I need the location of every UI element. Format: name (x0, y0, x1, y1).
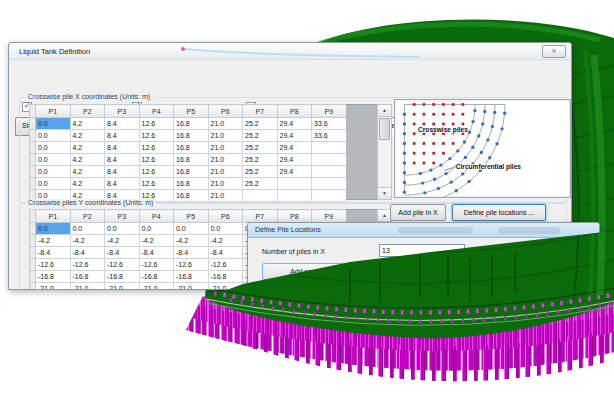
table-cell[interactable]: 21.0 (208, 130, 243, 142)
table-cell[interactable]: 0.0 (36, 142, 71, 154)
table-cell[interactable]: 4.2 (70, 178, 105, 190)
table-cell[interactable]: -12.6 (36, 259, 71, 271)
table-cell[interactable]: 8.4 (105, 178, 140, 190)
table-cell[interactable]: 8.4 (105, 118, 140, 130)
table-cell[interactable]: -8.4 (70, 247, 105, 259)
table-cell[interactable]: -8.4 (208, 247, 243, 259)
table-cell[interactable]: 12.6 (139, 154, 174, 166)
table-cell[interactable]: 25.2 (243, 142, 278, 154)
table-cell[interactable]: 8.4 (105, 142, 140, 154)
table-cell[interactable]: -8.4 (36, 247, 71, 259)
table-cell[interactable]: -21.0 (208, 283, 243, 291)
table-cell[interactable]: 4.2 (70, 118, 105, 130)
table-cell[interactable]: 0.0 (105, 223, 140, 235)
table-cell[interactable]: 0.0 (208, 223, 243, 235)
table-cell[interactable]: -12.6 (70, 259, 105, 271)
table-cell[interactable]: 8.4 (105, 130, 140, 142)
table-cell[interactable]: 29.4 (277, 142, 312, 154)
table-cell[interactable]: 8.4 (105, 166, 140, 178)
table-cell[interactable]: 16.8 (174, 190, 209, 202)
add-pile-in-x-button[interactable]: Add pile in X (390, 204, 446, 221)
scrollbar-thumb[interactable] (379, 118, 390, 140)
table-cell[interactable]: 12.6 (139, 130, 174, 142)
table-cell[interactable]: 0.0 (36, 130, 71, 142)
table-cell[interactable]: -12.6 (105, 259, 140, 271)
table-cell[interactable]: 4.2 (70, 130, 105, 142)
table-cell[interactable] (243, 190, 278, 202)
table-cell[interactable]: -16.8 (105, 271, 140, 283)
table-cell[interactable]: -21.0 (36, 283, 71, 291)
table-cell[interactable]: -16.8 (36, 271, 71, 283)
table-cell[interactable]: -16.8 (208, 271, 243, 283)
table-cell[interactable]: 16.8 (174, 142, 209, 154)
table-cell[interactable]: -4.2 (139, 235, 174, 247)
table-cell[interactable] (312, 142, 347, 154)
table-cell[interactable]: 16.8 (174, 154, 209, 166)
table-cell[interactable]: -4.2 (174, 235, 209, 247)
table-cell[interactable]: -16.8 (70, 271, 105, 283)
table-cell[interactable]: 12.6 (139, 118, 174, 130)
define-pile-locations-button[interactable]: Define pile locations ... (452, 204, 546, 221)
table-cell[interactable]: 29.4 (277, 118, 312, 130)
table-cell[interactable]: -16.8 (174, 271, 209, 283)
table-cell[interactable]: -8.4 (105, 247, 140, 259)
table-cell[interactable]: 0.0 (36, 166, 71, 178)
table-cell[interactable]: 16.8 (174, 118, 209, 130)
table-cell[interactable]: 12.6 (139, 178, 174, 190)
table-cell[interactable]: -21.0 (139, 283, 174, 291)
table-cell[interactable]: 16.8 (174, 178, 209, 190)
table-cell[interactable] (277, 190, 312, 202)
table-cell[interactable]: 21.0 (208, 178, 243, 190)
table-cell[interactable]: -21.0 (174, 283, 209, 291)
table-cell[interactable]: 16.8 (174, 166, 209, 178)
table-cell[interactable]: 21.0 (208, 142, 243, 154)
table-cell[interactable]: 25.2 (243, 178, 278, 190)
table-cell[interactable]: 33.6 (312, 130, 347, 142)
table-cell[interactable]: 16.8 (174, 130, 209, 142)
table-cell[interactable]: -4.2 (70, 235, 105, 247)
table-cell[interactable] (312, 154, 347, 166)
table-cell[interactable]: -12.6 (174, 259, 209, 271)
table-cell[interactable]: -16.8 (139, 271, 174, 283)
dialog-titlebar[interactable]: Liquid Tank Definition ✕ (9, 43, 571, 60)
table-cell[interactable]: -8.4 (139, 247, 174, 259)
table-cell[interactable]: -8.4 (174, 247, 209, 259)
table-cell[interactable] (277, 178, 312, 190)
table-cell[interactable]: -21.0 (70, 283, 105, 291)
table-cell[interactable]: 0.0 (36, 178, 71, 190)
table-cell[interactable]: 25.2 (243, 118, 278, 130)
table-cell[interactable]: 0.0 (36, 223, 71, 235)
table-cell[interactable]: -12.6 (139, 259, 174, 271)
scroll-up-icon[interactable]: ▲ (378, 105, 391, 117)
table-cell[interactable]: -4.2 (208, 235, 243, 247)
table-cell[interactable]: 12.6 (139, 166, 174, 178)
table-cell[interactable]: 4.2 (70, 142, 105, 154)
number-of-piles-input[interactable] (379, 244, 465, 257)
table-cell[interactable]: 8.4 (105, 154, 140, 166)
table-cell[interactable]: 0.0 (36, 118, 71, 130)
table-cell[interactable]: -21.0 (105, 283, 140, 291)
scroll-down-icon[interactable]: ▼ (378, 187, 391, 199)
table-cell[interactable] (312, 190, 347, 202)
table-cell[interactable]: 33.6 (312, 118, 347, 130)
table-cell[interactable]: -4.2 (36, 235, 71, 247)
table-cell[interactable]: 25.2 (243, 166, 278, 178)
table-cell[interactable]: 21.0 (208, 190, 243, 202)
pile-dialog-titlebar[interactable]: Define Pile Locations (248, 223, 599, 238)
table-cell[interactable]: 0.0 (139, 223, 174, 235)
table-cell[interactable]: 4.2 (70, 166, 105, 178)
table-cell[interactable]: 21.0 (208, 166, 243, 178)
table-cell[interactable]: 29.4 (277, 130, 312, 142)
table-cell[interactable]: 25.2 (243, 130, 278, 142)
table-cell[interactable]: 0.0 (174, 223, 209, 235)
table-cell[interactable]: 29.4 (277, 166, 312, 178)
close-icon[interactable]: ✕ (542, 45, 566, 58)
table-cell[interactable]: 0.0 (36, 154, 71, 166)
table-cell[interactable] (312, 178, 347, 190)
table-cell[interactable] (312, 166, 347, 178)
table-cell[interactable]: 21.0 (208, 154, 243, 166)
table-cell[interactable]: 0.0 (70, 223, 105, 235)
table-cell[interactable]: 29.4 (277, 154, 312, 166)
table-cell[interactable]: 21.0 (208, 118, 243, 130)
x-table-scrollbar[interactable]: ▲ ▼ (377, 104, 392, 200)
